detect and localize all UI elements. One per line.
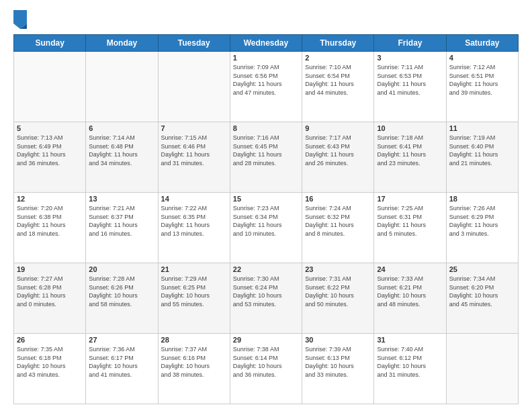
day-number: 15 (233, 195, 299, 203)
day-number: 26 (17, 336, 83, 344)
calendar-cell: 2Sunrise: 7:10 AM Sunset: 6:54 PM Daylig… (302, 52, 374, 122)
calendar-cell: 8Sunrise: 7:16 AM Sunset: 6:45 PM Daylig… (230, 122, 302, 193)
calendar-cell (446, 334, 518, 404)
week-row-5: 26Sunrise: 7:35 AM Sunset: 6:18 PM Dayli… (14, 334, 519, 404)
day-info: Sunrise: 7:26 AM Sunset: 6:29 PM Dayligh… (449, 204, 515, 238)
day-info: Sunrise: 7:18 AM Sunset: 6:41 PM Dayligh… (377, 134, 443, 167)
header (13, 10, 519, 29)
calendar-cell: 3Sunrise: 7:11 AM Sunset: 6:53 PM Daylig… (374, 52, 446, 122)
day-info: Sunrise: 7:34 AM Sunset: 6:20 PM Dayligh… (449, 275, 515, 308)
day-info: Sunrise: 7:10 AM Sunset: 6:54 PM Dayligh… (305, 63, 371, 97)
calendar-cell (86, 52, 158, 122)
calendar-cell: 1Sunrise: 7:09 AM Sunset: 6:56 PM Daylig… (230, 52, 302, 122)
calendar-cell: 6Sunrise: 7:14 AM Sunset: 6:48 PM Daylig… (86, 122, 158, 193)
day-info: Sunrise: 7:36 AM Sunset: 6:17 PM Dayligh… (89, 345, 154, 379)
day-number: 2 (305, 54, 371, 62)
week-row-1: 1Sunrise: 7:09 AM Sunset: 6:56 PM Daylig… (14, 52, 519, 122)
calendar-cell: 11Sunrise: 7:19 AM Sunset: 6:40 PM Dayli… (446, 122, 518, 193)
day-header-saturday: Saturday (446, 35, 518, 52)
day-header-friday: Friday (374, 35, 446, 52)
day-number: 29 (233, 336, 299, 344)
calendar-cell: 31Sunrise: 7:40 AM Sunset: 6:12 PM Dayli… (374, 334, 446, 404)
day-number: 30 (305, 336, 371, 344)
week-row-2: 5Sunrise: 7:13 AM Sunset: 6:49 PM Daylig… (14, 122, 519, 193)
calendar-cell: 22Sunrise: 7:30 AM Sunset: 6:24 PM Dayli… (230, 263, 302, 334)
day-number: 8 (233, 124, 299, 132)
day-header-thursday: Thursday (302, 35, 374, 52)
day-info: Sunrise: 7:09 AM Sunset: 6:56 PM Dayligh… (233, 63, 299, 97)
day-info: Sunrise: 7:35 AM Sunset: 6:18 PM Dayligh… (17, 345, 83, 379)
day-info: Sunrise: 7:17 AM Sunset: 6:43 PM Dayligh… (305, 134, 371, 167)
day-number: 1 (233, 54, 299, 62)
header-row: SundayMondayTuesdayWednesdayThursdayFrid… (14, 35, 519, 52)
day-number: 19 (17, 265, 83, 273)
day-info: Sunrise: 7:23 AM Sunset: 6:34 PM Dayligh… (233, 204, 299, 238)
calendar-cell (14, 52, 86, 122)
calendar-cell: 21Sunrise: 7:29 AM Sunset: 6:25 PM Dayli… (158, 263, 230, 334)
calendar-cell: 19Sunrise: 7:27 AM Sunset: 6:28 PM Dayli… (14, 263, 86, 334)
calendar-cell: 23Sunrise: 7:31 AM Sunset: 6:22 PM Dayli… (302, 263, 374, 334)
day-header-monday: Monday (86, 35, 158, 52)
calendar-cell: 28Sunrise: 7:37 AM Sunset: 6:16 PM Dayli… (158, 334, 230, 404)
day-number: 12 (17, 195, 83, 203)
day-info: Sunrise: 7:11 AM Sunset: 6:53 PM Dayligh… (377, 63, 443, 97)
day-number: 24 (377, 265, 443, 273)
calendar-cell: 7Sunrise: 7:15 AM Sunset: 6:46 PM Daylig… (158, 122, 230, 193)
calendar-cell: 20Sunrise: 7:28 AM Sunset: 6:26 PM Dayli… (86, 263, 158, 334)
week-row-4: 19Sunrise: 7:27 AM Sunset: 6:28 PM Dayli… (14, 263, 519, 334)
day-info: Sunrise: 7:12 AM Sunset: 6:51 PM Dayligh… (449, 63, 515, 97)
calendar-cell: 29Sunrise: 7:38 AM Sunset: 6:14 PM Dayli… (230, 334, 302, 404)
calendar-cell (158, 52, 230, 122)
day-number: 31 (377, 336, 443, 344)
calendar-cell: 27Sunrise: 7:36 AM Sunset: 6:17 PM Dayli… (86, 334, 158, 404)
calendar-cell: 14Sunrise: 7:22 AM Sunset: 6:35 PM Dayli… (158, 193, 230, 263)
day-info: Sunrise: 7:15 AM Sunset: 6:46 PM Dayligh… (161, 134, 227, 167)
calendar-cell: 30Sunrise: 7:39 AM Sunset: 6:13 PM Dayli… (302, 334, 374, 404)
day-info: Sunrise: 7:27 AM Sunset: 6:28 PM Dayligh… (17, 275, 83, 308)
day-info: Sunrise: 7:39 AM Sunset: 6:13 PM Dayligh… (305, 345, 371, 379)
day-info: Sunrise: 7:29 AM Sunset: 6:25 PM Dayligh… (161, 275, 227, 308)
day-number: 22 (233, 265, 299, 273)
day-header-tuesday: Tuesday (158, 35, 230, 52)
day-header-wednesday: Wednesday (230, 35, 302, 52)
day-info: Sunrise: 7:28 AM Sunset: 6:26 PM Dayligh… (89, 275, 154, 308)
day-header-sunday: Sunday (14, 35, 86, 52)
day-number: 5 (17, 124, 83, 132)
day-info: Sunrise: 7:33 AM Sunset: 6:21 PM Dayligh… (377, 275, 443, 308)
week-row-3: 12Sunrise: 7:20 AM Sunset: 6:38 PM Dayli… (14, 193, 519, 263)
calendar-cell: 25Sunrise: 7:34 AM Sunset: 6:20 PM Dayli… (446, 263, 518, 334)
calendar-cell: 18Sunrise: 7:26 AM Sunset: 6:29 PM Dayli… (446, 193, 518, 263)
day-number: 11 (449, 124, 515, 132)
day-number: 27 (89, 336, 154, 344)
day-info: Sunrise: 7:19 AM Sunset: 6:40 PM Dayligh… (449, 134, 515, 167)
day-info: Sunrise: 7:40 AM Sunset: 6:12 PM Dayligh… (377, 345, 443, 379)
day-number: 18 (449, 195, 515, 203)
day-info: Sunrise: 7:31 AM Sunset: 6:22 PM Dayligh… (305, 275, 371, 308)
day-number: 23 (305, 265, 371, 273)
calendar-cell: 13Sunrise: 7:21 AM Sunset: 6:37 PM Dayli… (86, 193, 158, 263)
day-number: 28 (161, 336, 227, 344)
day-number: 17 (377, 195, 443, 203)
logo (13, 10, 30, 29)
calendar-cell: 16Sunrise: 7:24 AM Sunset: 6:32 PM Dayli… (302, 193, 374, 263)
day-info: Sunrise: 7:24 AM Sunset: 6:32 PM Dayligh… (305, 204, 371, 238)
calendar-cell: 24Sunrise: 7:33 AM Sunset: 6:21 PM Dayli… (374, 263, 446, 334)
calendar-cell: 17Sunrise: 7:25 AM Sunset: 6:31 PM Dayli… (374, 193, 446, 263)
day-info: Sunrise: 7:20 AM Sunset: 6:38 PM Dayligh… (17, 204, 83, 238)
day-number: 25 (449, 265, 515, 273)
day-info: Sunrise: 7:13 AM Sunset: 6:49 PM Dayligh… (17, 134, 83, 167)
day-info: Sunrise: 7:37 AM Sunset: 6:16 PM Dayligh… (161, 345, 227, 379)
calendar-cell: 12Sunrise: 7:20 AM Sunset: 6:38 PM Dayli… (14, 193, 86, 263)
calendar-cell: 4Sunrise: 7:12 AM Sunset: 6:51 PM Daylig… (446, 52, 518, 122)
calendar-cell: 15Sunrise: 7:23 AM Sunset: 6:34 PM Dayli… (230, 193, 302, 263)
day-number: 6 (89, 124, 154, 132)
day-number: 7 (161, 124, 227, 132)
day-number: 10 (377, 124, 443, 132)
day-number: 20 (89, 265, 154, 273)
day-info: Sunrise: 7:25 AM Sunset: 6:31 PM Dayligh… (377, 204, 443, 238)
day-number: 3 (377, 54, 443, 62)
day-info: Sunrise: 7:30 AM Sunset: 6:24 PM Dayligh… (233, 275, 299, 308)
calendar-cell: 9Sunrise: 7:17 AM Sunset: 6:43 PM Daylig… (302, 122, 374, 193)
calendar-table: SundayMondayTuesdayWednesdayThursdayFrid… (13, 34, 519, 404)
day-info: Sunrise: 7:16 AM Sunset: 6:45 PM Dayligh… (233, 134, 299, 167)
